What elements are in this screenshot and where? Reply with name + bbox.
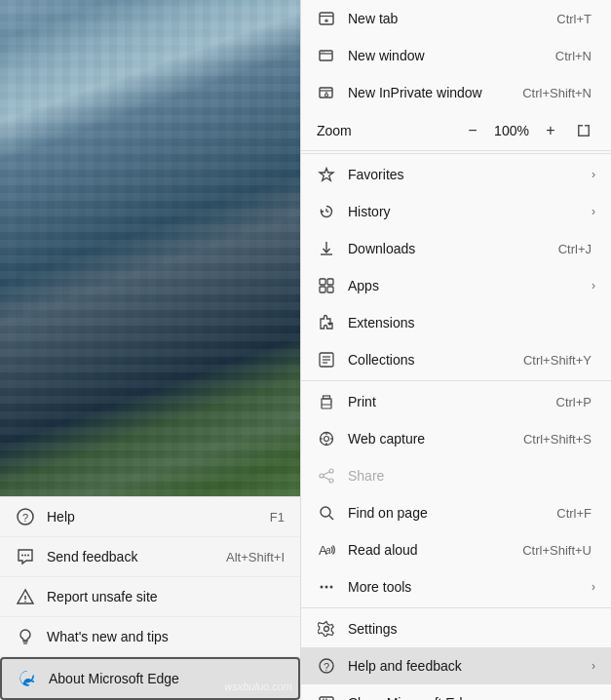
menu-item-new-tab[interactable]: New tab Ctrl+T <box>301 0 611 37</box>
svg-rect-25 <box>320 279 325 285</box>
menu-item-favorites[interactable]: Favorites › <box>301 156 611 193</box>
menu-item-find[interactable]: Find on page Ctrl+F <box>301 494 611 531</box>
left-menu-item-help[interactable]: ? Help F1 <box>0 497 300 537</box>
svg-point-6 <box>24 601 26 603</box>
svg-rect-34 <box>324 396 330 399</box>
svg-point-37 <box>325 437 329 442</box>
svg-point-44 <box>320 474 324 478</box>
menu-item-downloads[interactable]: Downloads Ctrl+J <box>301 230 611 267</box>
left-context-menu: ? Help F1 Send feedback Alt+Shift+I <box>0 496 300 700</box>
print-icon <box>317 392 336 411</box>
print-label: Print <box>348 394 556 409</box>
history-icon <box>317 202 336 221</box>
bulb-icon <box>16 627 35 646</box>
readaloud-shortcut: Ctrl+Shift+U <box>522 543 592 558</box>
menu-item-share[interactable]: Share <box>301 457 611 494</box>
new-tab-label: New tab <box>348 11 556 26</box>
divider-3 <box>301 607 611 608</box>
menu-item-readaloud[interactable]: A a Read aloud Ctrl+Shift+U <box>301 531 611 568</box>
settings-label: Settings <box>348 621 595 637</box>
left-menu-item-report[interactable]: Report unsafe site <box>0 577 300 617</box>
downloads-icon <box>317 239 336 258</box>
help-feedback-label: Help and feedback <box>348 658 588 674</box>
find-icon <box>317 503 336 523</box>
svg-line-48 <box>329 516 333 520</box>
favorites-chevron: › <box>592 168 595 181</box>
menu-item-apps[interactable]: Apps › <box>301 267 611 304</box>
history-chevron: › <box>592 205 595 218</box>
new-window-label: New window <box>348 48 555 63</box>
divider-1 <box>301 153 611 154</box>
left-feedback-shortcut: Alt+Shift+I <box>226 550 285 564</box>
collections-shortcut: Ctrl+Shift+Y <box>523 353 592 368</box>
webcapture-icon <box>317 429 336 448</box>
new-tab-shortcut: Ctrl+T <box>556 12 592 26</box>
svg-rect-9 <box>320 13 333 24</box>
svg-line-46 <box>324 477 329 480</box>
warning-icon <box>16 587 35 606</box>
svg-point-3 <box>24 555 26 557</box>
left-help-label: Help <box>47 509 270 525</box>
webcapture-shortcut: Ctrl+Shift+S <box>523 432 592 447</box>
inprivate-label: New InPrivate window <box>348 85 522 100</box>
svg-point-53 <box>330 586 333 589</box>
zoom-in-button[interactable]: + <box>537 117 564 144</box>
inprivate-icon <box>317 83 336 102</box>
left-menu-item-about[interactable]: About Microsoft Edge <box>0 657 300 700</box>
new-window-shortcut: Ctrl+N <box>555 49 592 63</box>
menu-item-inprivate[interactable]: New InPrivate window Ctrl+Shift+N <box>301 74 611 111</box>
svg-rect-26 <box>327 279 333 285</box>
apps-label: Apps <box>348 278 588 293</box>
downloads-label: Downloads <box>348 241 558 256</box>
menu-item-extensions[interactable]: Extensions <box>301 304 611 341</box>
edge-context-menu: New tab Ctrl+T New window Ctrl+N New InP… <box>300 0 611 700</box>
left-whatsnew-label: What's new and tips <box>47 629 285 644</box>
webcapture-label: Web capture <box>348 431 523 447</box>
svg-point-4 <box>27 555 29 557</box>
menu-item-print[interactable]: Print Ctrl+P <box>301 383 611 420</box>
apps-icon <box>317 276 336 295</box>
feedback-icon <box>16 547 35 566</box>
svg-point-19 <box>325 94 328 97</box>
zoom-out-button[interactable]: − <box>459 117 486 144</box>
apps-chevron: › <box>592 279 595 292</box>
collections-label: Collections <box>348 352 523 368</box>
readaloud-icon: A a <box>317 540 336 560</box>
menu-item-moretools[interactable]: More tools › <box>301 568 611 605</box>
svg-point-51 <box>321 586 324 589</box>
svg-point-35 <box>330 401 332 403</box>
menu-item-webcapture[interactable]: Web capture Ctrl+Shift+S <box>301 420 611 457</box>
moretools-icon <box>317 577 336 597</box>
left-feedback-label: Send feedback <box>47 549 226 564</box>
menu-item-collections[interactable]: Collections Ctrl+Shift+Y <box>301 341 611 378</box>
menu-item-history[interactable]: History › <box>301 193 611 230</box>
menu-item-settings[interactable]: Settings <box>301 610 611 647</box>
extensions-label: Extensions <box>348 315 595 331</box>
find-shortcut: Ctrl+F <box>556 506 592 521</box>
settings-icon <box>317 619 336 639</box>
left-help-shortcut: F1 <box>270 510 285 525</box>
zoom-row: Zoom − 100% + <box>301 111 611 151</box>
edge-icon <box>18 669 37 688</box>
left-menu-item-feedback[interactable]: Send feedback Alt+Shift+I <box>0 537 300 577</box>
readaloud-label: Read aloud <box>348 542 522 558</box>
zoom-value: 100% <box>490 123 533 138</box>
moretools-label: More tools <box>348 579 588 595</box>
menu-item-close-edge[interactable]: Close Microsoft Edge <box>301 684 611 700</box>
svg-rect-28 <box>327 287 333 292</box>
zoom-controls: − 100% + <box>459 117 564 144</box>
svg-text:?: ? <box>22 512 28 524</box>
newtab-icon <box>317 9 336 28</box>
zoom-expand-button[interactable] <box>572 119 595 142</box>
zoom-label: Zoom <box>317 123 459 138</box>
help-feedback-chevron: › <box>592 659 595 673</box>
left-menu-item-whatsnew[interactable]: What's new and tips <box>0 617 300 657</box>
favorites-label: Favorites <box>348 167 588 182</box>
print-shortcut: Ctrl+P <box>556 395 592 409</box>
svg-point-43 <box>329 479 333 483</box>
menu-item-help-feedback[interactable]: ? Help and feedback › <box>301 647 611 684</box>
svg-point-52 <box>325 586 328 589</box>
menu-item-new-window[interactable]: New window Ctrl+N <box>301 37 611 74</box>
svg-rect-13 <box>320 51 332 60</box>
svg-rect-27 <box>320 287 325 292</box>
